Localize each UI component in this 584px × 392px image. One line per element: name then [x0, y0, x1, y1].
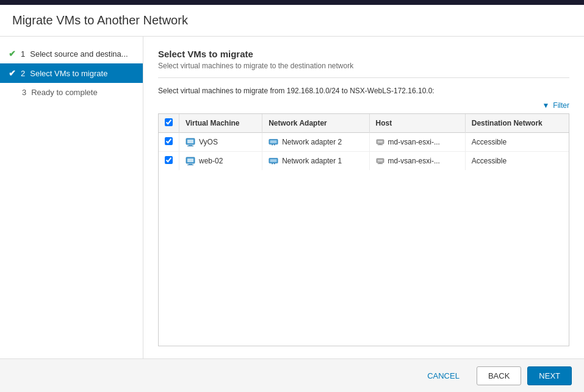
top-bar: [0, 0, 584, 5]
nic-icon-row1: [269, 138, 278, 146]
sidebar-item-step1[interactable]: ✔ 1 Select source and destina...: [0, 44, 143, 63]
row2-host: md-vsan-esxi-...: [376, 157, 459, 165]
row2-select-cell: [159, 152, 179, 171]
title-bar: Migrate VMs to Another Network: [0, 5, 584, 37]
host-icon-row1: [376, 138, 384, 146]
row2-adapter-cell: Network adapter 1: [262, 152, 369, 171]
filter-icon: ▼: [542, 101, 549, 110]
select-all-checkbox[interactable]: [165, 118, 173, 126]
row1-adapter: Network adapter 2: [269, 138, 362, 146]
row2-host-cell: md-vsan-esxi-...: [369, 152, 465, 171]
vm-icon-web02: [186, 156, 195, 166]
sidebar: ✔ 1 Select source and destina... ✔ 2 Sel…: [0, 37, 143, 358]
svg-rect-11: [378, 144, 383, 145]
table-row: web-02: [159, 152, 569, 171]
section-subtitle: Select virtual machines to migrate to th…: [158, 62, 569, 78]
col-header-select: [159, 114, 179, 133]
svg-rect-21: [378, 160, 383, 162]
row2-checkbox[interactable]: [165, 156, 173, 164]
table-body: VyOS: [159, 133, 569, 171]
sidebar-step1-label: 1: [21, 49, 25, 59]
col-header-adapter: Network Adapter: [262, 114, 369, 133]
row1-vm-name: VyOS: [186, 137, 256, 147]
table-header-row: Virtual Machine Network Adapter Host Des…: [159, 114, 569, 133]
row1-checkbox[interactable]: [165, 137, 173, 145]
col-header-dest-network: Destination Network: [465, 114, 569, 133]
sidebar-step2-number: 2: [21, 69, 25, 78]
table-row: VyOS: [159, 133, 569, 152]
row1-dest-network-cell: Accessible: [465, 133, 569, 152]
content-panel: Select VMs to migrate Select virtual mac…: [143, 37, 584, 358]
footer: CANCEL BACK NEXT: [0, 358, 584, 392]
cancel-button[interactable]: CANCEL: [416, 367, 470, 385]
sidebar-step3-text: Ready to complete: [31, 88, 97, 97]
row1-host-cell: md-vsan-esxi-...: [369, 133, 465, 152]
table-container: Virtual Machine Network Adapter Host Des…: [158, 113, 569, 346]
svg-rect-13: [187, 159, 193, 162]
col-header-vm: Virtual Machine: [179, 114, 262, 133]
vm-table: Virtual Machine Network Adapter Host Des…: [159, 114, 569, 170]
row1-host: md-vsan-esxi-...: [376, 138, 459, 146]
check-icon-step1: ✔: [9, 49, 16, 59]
row2-vm-cell: web-02: [179, 152, 262, 171]
row2-adapter: Network adapter 1: [269, 157, 362, 165]
svg-rect-23: [378, 163, 383, 164]
host-icon-row2: [376, 157, 384, 165]
filter-label[interactable]: Filter: [553, 101, 569, 110]
check-icon-step2: ✔: [9, 68, 16, 78]
back-button[interactable]: BACK: [477, 366, 521, 385]
svg-rect-17: [270, 159, 277, 162]
sidebar-item-step2[interactable]: ✔ 2 Select VMs to migrate: [0, 63, 143, 83]
svg-rect-3: [187, 146, 193, 146]
row1-vm-cell: VyOS: [179, 133, 262, 152]
svg-rect-5: [270, 140, 277, 143]
page-title: Migrate VMs to Another Network: [12, 13, 572, 27]
next-button[interactable]: NEXT: [527, 366, 572, 385]
main-content: ✔ 1 Select source and destina... ✔ 2 Sel…: [0, 37, 584, 358]
svg-rect-1: [187, 140, 193, 143]
svg-rect-15: [187, 165, 193, 165]
row1-select-cell: [159, 133, 179, 152]
sidebar-step1-text: Select source and destina...: [30, 49, 128, 59]
row1-adapter-cell: Network adapter 2: [262, 133, 369, 152]
vm-icon-vyos: [186, 137, 195, 147]
row2-dest-network-cell: Accessible: [465, 152, 569, 171]
sidebar-step2-text: Select VMs to migrate: [30, 69, 107, 78]
svg-rect-6: [272, 144, 273, 146]
svg-rect-7: [274, 144, 275, 146]
sidebar-step3-number: 3: [22, 88, 26, 97]
section-title: Select VMs to migrate: [158, 49, 569, 59]
sidebar-item-step3[interactable]: 3 Ready to complete: [0, 83, 143, 102]
row2-vm-name: web-02: [186, 156, 256, 166]
col-header-host: Host: [369, 114, 465, 133]
nic-icon-row2: [269, 157, 278, 165]
filter-bar: ▼ Filter: [158, 101, 569, 110]
description-text: Select virtual machines to migrate from …: [158, 87, 569, 95]
svg-rect-18: [272, 163, 273, 165]
svg-rect-19: [274, 163, 275, 165]
svg-rect-9: [378, 141, 383, 143]
